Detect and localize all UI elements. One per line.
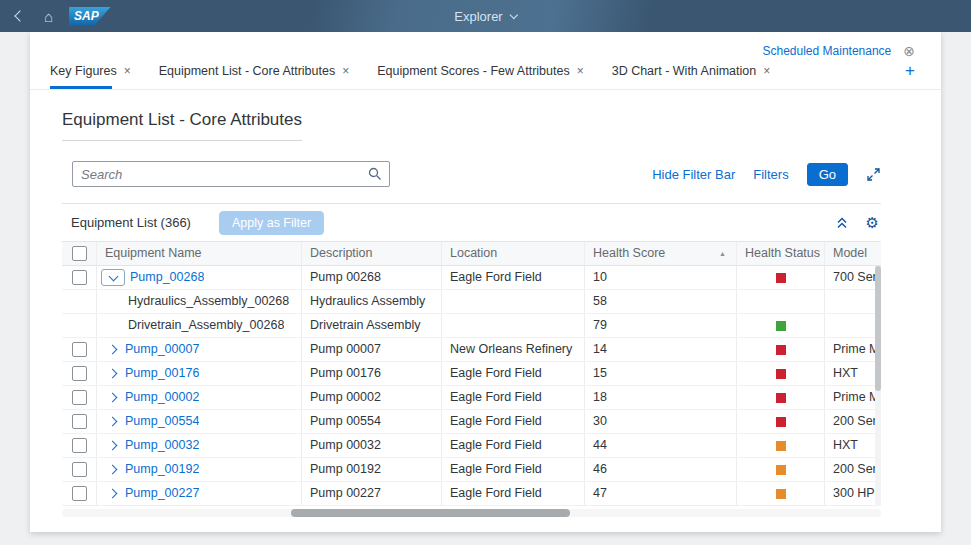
search-icon[interactable] — [368, 167, 382, 181]
equipment-name-link[interactable]: Pump_00032 — [125, 434, 199, 457]
sap-logo-text: SAP — [74, 9, 99, 23]
search-input[interactable] — [72, 161, 390, 187]
tab-bar: Scheduled Maintenance ⊗ Key Figures×Equi… — [30, 32, 941, 90]
expand-row-button[interactable] — [101, 490, 123, 497]
column-header-location[interactable]: Location — [441, 242, 584, 265]
back-icon[interactable] — [16, 12, 24, 20]
dismiss-circle-icon[interactable]: ⊗ — [903, 44, 915, 58]
expand-icon[interactable] — [866, 167, 881, 182]
equipment-name-cell: Pump_00176 — [96, 362, 301, 385]
row-checkbox[interactable] — [72, 390, 87, 405]
expand-row-button[interactable] — [101, 418, 123, 425]
row-checkbox[interactable] — [72, 270, 87, 285]
add-tab-button[interactable]: + — [905, 62, 915, 79]
expand-row-button[interactable] — [101, 442, 123, 449]
table-body: Pump_00268Pump 00268Eagle Ford Field1070… — [62, 266, 881, 506]
app-title-menu[interactable]: Explorer — [454, 0, 516, 32]
equipment-name-link[interactable]: Drivetrain_Assembly_00268 — [128, 314, 284, 337]
equipment-name-link[interactable]: Pump_00002 — [125, 386, 199, 409]
header-checkbox-cell — [62, 242, 96, 265]
go-button[interactable]: Go — [807, 163, 848, 186]
sap-logo[interactable]: SAP — [69, 7, 111, 26]
settings-gear-icon[interactable]: ⚙ — [866, 215, 879, 230]
horizontal-scrollbar-thumb[interactable] — [291, 509, 569, 517]
equipment-name-link[interactable]: Hydraulics_Assembly_00268 — [128, 290, 289, 313]
row-checkbox[interactable] — [72, 438, 87, 453]
column-header-health-score[interactable]: Health Score ▲ — [584, 242, 736, 265]
location-cell — [441, 290, 584, 313]
tab-close-icon[interactable]: × — [577, 64, 584, 78]
description-cell: Pump 00268 — [301, 266, 441, 289]
equipment-name-link[interactable]: Pump_00192 — [125, 458, 199, 481]
tab-close-icon[interactable]: × — [342, 64, 349, 78]
equipment-name-link[interactable]: Pump_00554 — [125, 410, 199, 433]
tab-item[interactable]: Equipment Scores - Few Attributes× — [377, 64, 583, 89]
health-status-cell — [736, 434, 824, 457]
column-header-health-status[interactable]: Health Status — [736, 242, 824, 265]
hide-filter-bar-link[interactable]: Hide Filter Bar — [652, 167, 735, 182]
tab-label: Equipment Scores - Few Attributes — [377, 64, 569, 78]
table-row: Pump_00032Pump 00032Eagle Ford Field44HX… — [62, 434, 881, 458]
page-header: Equipment List - Core Attributes — [30, 90, 941, 141]
equipment-name-link[interactable]: Pump_00268 — [130, 266, 204, 289]
description-cell: Pump 00227 — [301, 482, 441, 505]
health-score-cell: 79 — [584, 314, 736, 337]
tab-item[interactable]: Equipment List - Core Attributes× — [159, 64, 350, 89]
health-status-cell — [736, 314, 824, 337]
chevron-right-icon — [107, 441, 117, 451]
health-score-cell: 58 — [584, 290, 736, 313]
search-field — [72, 161, 390, 187]
health-status-indicator — [776, 441, 786, 451]
description-cell: Pump 00032 — [301, 434, 441, 457]
row-checkbox-cell — [62, 338, 96, 361]
health-status-cell — [736, 290, 824, 313]
collapse-all-icon[interactable] — [836, 217, 848, 229]
apply-as-filter-button[interactable]: Apply as Filter — [219, 211, 324, 235]
row-checkbox[interactable] — [72, 342, 87, 357]
horizontal-scrollbar[interactable] — [62, 509, 881, 517]
shell-bar: ⌂ SAP Explorer — [0, 0, 971, 32]
equipment-name-link[interactable]: Pump_00176 — [125, 362, 199, 385]
row-checkbox-cell — [62, 362, 96, 385]
health-status-indicator — [776, 321, 786, 331]
expand-row-button[interactable] — [101, 394, 123, 401]
column-header-label: Health Score — [593, 242, 665, 265]
row-checkbox-cell — [62, 482, 96, 505]
equipment-name-cell: Pump_00268 — [96, 266, 301, 289]
row-checkbox[interactable] — [72, 366, 87, 381]
expand-row-button[interactable] — [101, 370, 123, 377]
column-header-equipment-name[interactable]: Equipment Name — [96, 242, 301, 265]
vertical-scrollbar[interactable] — [875, 266, 881, 506]
column-header-description[interactable]: Description — [301, 242, 441, 265]
column-header-model[interactable]: Model — [824, 242, 881, 265]
chevron-right-icon — [107, 369, 117, 379]
home-icon[interactable]: ⌂ — [44, 9, 53, 24]
filters-link[interactable]: Filters — [753, 167, 788, 182]
page-title: Equipment List - Core Attributes — [62, 110, 302, 141]
scheduled-maintenance-link[interactable]: Scheduled Maintenance — [763, 44, 892, 58]
model-cell — [824, 314, 881, 337]
equipment-name-link[interactable]: Pump_00007 — [125, 338, 199, 361]
collapse-row-button[interactable] — [101, 269, 125, 286]
tab-close-icon[interactable]: × — [763, 64, 770, 78]
chevron-right-icon — [107, 393, 117, 403]
expand-row-button[interactable] — [101, 346, 123, 353]
select-all-checkbox[interactable] — [72, 246, 87, 261]
description-cell: Drivetrain Assembly — [301, 314, 441, 337]
location-cell: Eagle Ford Field — [441, 266, 584, 289]
model-cell — [824, 290, 881, 313]
tab-close-icon[interactable]: × — [124, 64, 131, 78]
row-checkbox[interactable] — [72, 462, 87, 477]
tab-item[interactable]: Key Figures× — [50, 64, 131, 89]
chevron-down-icon — [509, 10, 517, 18]
health-status-indicator — [776, 273, 786, 283]
equipment-name-link[interactable]: Pump_00227 — [125, 482, 199, 505]
row-checkbox[interactable] — [72, 486, 87, 501]
tab-item[interactable]: 3D Chart - With Animation× — [612, 64, 771, 89]
table-body-wrap: Pump_00268Pump 00268Eagle Ford Field1070… — [62, 266, 881, 506]
app-title: Explorer — [454, 9, 502, 24]
row-checkbox[interactable] — [72, 414, 87, 429]
table-row: Pump_00554Pump 00554Eagle Ford Field3020… — [62, 410, 881, 434]
expand-row-button[interactable] — [101, 466, 123, 473]
vertical-scrollbar-thumb[interactable] — [875, 266, 881, 391]
